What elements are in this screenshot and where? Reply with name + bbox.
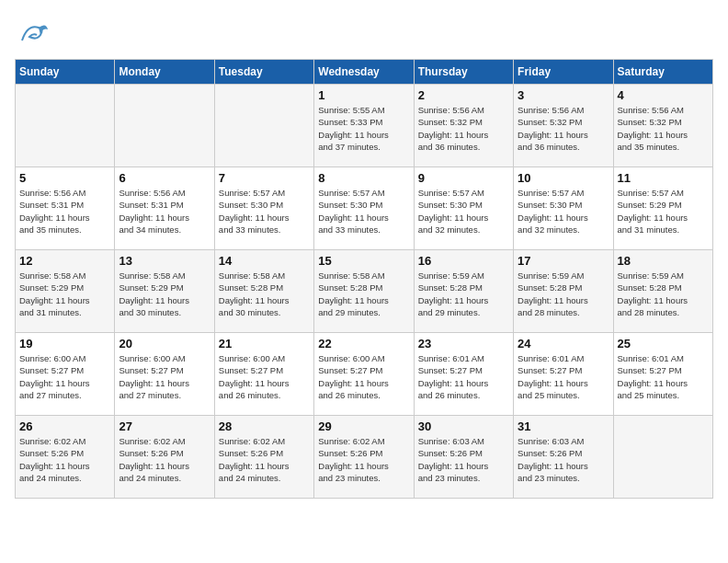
page-header — [15, 15, 713, 52]
day-info: Sunrise: 5:55 AM Sunset: 5:33 PM Dayligh… — [318, 104, 409, 153]
day-info: Sunrise: 6:01 AM Sunset: 5:27 PM Dayligh… — [418, 352, 509, 401]
week-row-5: 26Sunrise: 6:02 AM Sunset: 5:26 PM Dayli… — [16, 416, 713, 499]
day-info: Sunrise: 5:59 AM Sunset: 5:28 PM Dayligh… — [618, 270, 709, 318]
day-info: Sunrise: 6:00 AM Sunset: 5:27 PM Dayligh… — [19, 352, 110, 401]
calendar-cell: 13Sunrise: 5:58 AM Sunset: 5:29 PM Dayli… — [115, 250, 214, 333]
calendar-cell: 21Sunrise: 6:00 AM Sunset: 5:27 PM Dayli… — [214, 333, 313, 416]
calendar-cell: 16Sunrise: 5:59 AM Sunset: 5:28 PM Dayli… — [414, 250, 513, 333]
day-info: Sunrise: 5:59 AM Sunset: 5:28 PM Dayligh… — [418, 270, 509, 318]
calendar-cell — [214, 85, 313, 167]
calendar-cell: 3Sunrise: 5:56 AM Sunset: 5:32 PM Daylig… — [514, 85, 613, 167]
calendar-cell: 6Sunrise: 5:56 AM Sunset: 5:31 PM Daylig… — [115, 167, 214, 250]
col-header-friday: Friday — [514, 60, 613, 85]
col-header-sunday: Sunday — [16, 60, 115, 85]
calendar-cell: 1Sunrise: 5:55 AM Sunset: 5:33 PM Daylig… — [314, 85, 414, 167]
calendar-cell: 10Sunrise: 5:57 AM Sunset: 5:30 PM Dayli… — [514, 167, 613, 250]
calendar-cell: 12Sunrise: 5:58 AM Sunset: 5:29 PM Dayli… — [16, 250, 115, 333]
day-info: Sunrise: 5:57 AM Sunset: 5:29 PM Dayligh… — [618, 187, 709, 236]
logo-icon — [15, 15, 51, 52]
day-info: Sunrise: 6:00 AM Sunset: 5:27 PM Dayligh… — [119, 352, 210, 401]
day-number: 6 — [119, 171, 210, 185]
day-number: 23 — [418, 337, 509, 350]
day-number: 25 — [618, 337, 709, 350]
calendar-cell: 9Sunrise: 5:57 AM Sunset: 5:30 PM Daylig… — [414, 167, 513, 250]
day-number: 19 — [19, 337, 110, 350]
day-info: Sunrise: 6:01 AM Sunset: 5:27 PM Dayligh… — [518, 352, 609, 401]
day-info: Sunrise: 6:03 AM Sunset: 5:26 PM Dayligh… — [418, 435, 509, 484]
day-number: 10 — [518, 171, 609, 185]
calendar-cell: 31Sunrise: 6:03 AM Sunset: 5:26 PM Dayli… — [514, 416, 613, 499]
day-info: Sunrise: 6:02 AM Sunset: 5:26 PM Dayligh… — [119, 435, 210, 484]
calendar-cell — [115, 85, 214, 167]
calendar-cell — [613, 416, 712, 499]
calendar-cell: 7Sunrise: 5:57 AM Sunset: 5:30 PM Daylig… — [214, 167, 313, 250]
day-number: 18 — [618, 254, 709, 268]
day-number: 4 — [618, 88, 709, 102]
day-number: 9 — [418, 171, 509, 185]
calendar-cell: 19Sunrise: 6:00 AM Sunset: 5:27 PM Dayli… — [16, 333, 115, 416]
day-number: 11 — [618, 171, 709, 185]
col-header-thursday: Thursday — [414, 60, 513, 85]
calendar-cell: 2Sunrise: 5:56 AM Sunset: 5:32 PM Daylig… — [414, 85, 513, 167]
calendar-cell: 20Sunrise: 6:00 AM Sunset: 5:27 PM Dayli… — [115, 333, 214, 416]
day-info: Sunrise: 5:57 AM Sunset: 5:30 PM Dayligh… — [518, 187, 609, 236]
day-number: 27 — [119, 419, 210, 433]
day-number: 15 — [318, 254, 409, 268]
calendar-cell: 30Sunrise: 6:03 AM Sunset: 5:26 PM Dayli… — [414, 416, 513, 499]
day-number: 20 — [119, 337, 210, 350]
day-info: Sunrise: 5:57 AM Sunset: 5:30 PM Dayligh… — [418, 187, 509, 236]
calendar-cell: 18Sunrise: 5:59 AM Sunset: 5:28 PM Dayli… — [613, 250, 712, 333]
day-number: 28 — [219, 419, 310, 433]
week-row-1: 1Sunrise: 5:55 AM Sunset: 5:33 PM Daylig… — [16, 85, 713, 167]
day-number: 16 — [418, 254, 509, 268]
day-info: Sunrise: 5:56 AM Sunset: 5:31 PM Dayligh… — [119, 187, 210, 236]
day-info: Sunrise: 6:03 AM Sunset: 5:26 PM Dayligh… — [518, 435, 609, 484]
col-header-saturday: Saturday — [613, 60, 712, 85]
week-row-2: 5Sunrise: 5:56 AM Sunset: 5:31 PM Daylig… — [16, 167, 713, 250]
col-header-wednesday: Wednesday — [314, 60, 414, 85]
day-number: 29 — [318, 419, 409, 433]
calendar-cell: 23Sunrise: 6:01 AM Sunset: 5:27 PM Dayli… — [414, 333, 513, 416]
day-number: 3 — [518, 88, 609, 102]
calendar-cell: 14Sunrise: 5:58 AM Sunset: 5:28 PM Dayli… — [214, 250, 313, 333]
day-info: Sunrise: 6:02 AM Sunset: 5:26 PM Dayligh… — [318, 435, 409, 484]
day-info: Sunrise: 5:56 AM Sunset: 5:32 PM Dayligh… — [418, 104, 509, 153]
day-number: 22 — [318, 337, 409, 350]
day-info: Sunrise: 5:58 AM Sunset: 5:29 PM Dayligh… — [19, 270, 110, 318]
day-info: Sunrise: 5:56 AM Sunset: 5:32 PM Dayligh… — [518, 104, 609, 153]
calendar-cell: 15Sunrise: 5:58 AM Sunset: 5:28 PM Dayli… — [314, 250, 414, 333]
calendar-cell: 11Sunrise: 5:57 AM Sunset: 5:29 PM Dayli… — [613, 167, 712, 250]
day-number: 14 — [219, 254, 310, 268]
day-info: Sunrise: 6:02 AM Sunset: 5:26 PM Dayligh… — [219, 435, 310, 484]
day-number: 26 — [19, 419, 110, 433]
day-number: 31 — [518, 419, 609, 433]
col-header-monday: Monday — [115, 60, 214, 85]
day-info: Sunrise: 5:58 AM Sunset: 5:28 PM Dayligh… — [219, 270, 310, 318]
day-info: Sunrise: 6:00 AM Sunset: 5:27 PM Dayligh… — [219, 352, 310, 401]
day-info: Sunrise: 5:59 AM Sunset: 5:28 PM Dayligh… — [518, 270, 609, 318]
day-info: Sunrise: 5:58 AM Sunset: 5:28 PM Dayligh… — [318, 270, 409, 318]
calendar-cell: 17Sunrise: 5:59 AM Sunset: 5:28 PM Dayli… — [514, 250, 613, 333]
day-info: Sunrise: 6:01 AM Sunset: 5:27 PM Dayligh… — [618, 352, 709, 401]
calendar-cell: 4Sunrise: 5:56 AM Sunset: 5:32 PM Daylig… — [613, 85, 712, 167]
day-number: 1 — [318, 88, 409, 102]
day-number: 17 — [518, 254, 609, 268]
day-number: 7 — [219, 171, 310, 185]
day-number: 30 — [418, 419, 509, 433]
calendar-cell: 25Sunrise: 6:01 AM Sunset: 5:27 PM Dayli… — [613, 333, 712, 416]
logo — [15, 15, 55, 52]
calendar-cell: 24Sunrise: 6:01 AM Sunset: 5:27 PM Dayli… — [514, 333, 613, 416]
calendar-cell: 22Sunrise: 6:00 AM Sunset: 5:27 PM Dayli… — [314, 333, 414, 416]
day-info: Sunrise: 5:56 AM Sunset: 5:32 PM Dayligh… — [618, 104, 709, 153]
calendar-cell: 27Sunrise: 6:02 AM Sunset: 5:26 PM Dayli… — [115, 416, 214, 499]
day-info: Sunrise: 5:57 AM Sunset: 5:30 PM Dayligh… — [318, 187, 409, 236]
day-number: 24 — [518, 337, 609, 350]
day-info: Sunrise: 6:00 AM Sunset: 5:27 PM Dayligh… — [318, 352, 409, 401]
week-row-3: 12Sunrise: 5:58 AM Sunset: 5:29 PM Dayli… — [16, 250, 713, 333]
week-row-4: 19Sunrise: 6:00 AM Sunset: 5:27 PM Dayli… — [16, 333, 713, 416]
day-number: 5 — [19, 171, 110, 185]
day-info: Sunrise: 5:58 AM Sunset: 5:29 PM Dayligh… — [119, 270, 210, 318]
day-number: 13 — [119, 254, 210, 268]
calendar-cell: 26Sunrise: 6:02 AM Sunset: 5:26 PM Dayli… — [16, 416, 115, 499]
calendar-cell — [16, 85, 115, 167]
